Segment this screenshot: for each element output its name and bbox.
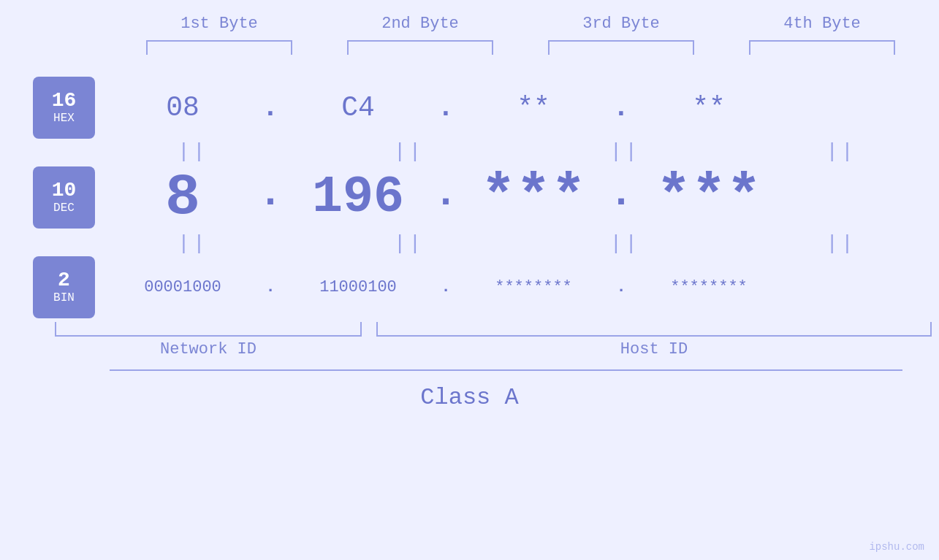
- class-bracket-line: [110, 369, 902, 371]
- bin-dot-2: .: [431, 278, 460, 296]
- network-id-bracket: [55, 322, 362, 337]
- sep-1-d1: [286, 140, 316, 163]
- hex-byte-4: **: [636, 92, 782, 123]
- class-row: Class A: [0, 369, 939, 411]
- hex-dot-1: .: [256, 92, 285, 123]
- bracket-row: [119, 40, 923, 55]
- hex-data-row: 16 HEX 08 . C4 . ** . **: [0, 77, 939, 139]
- main-container: 1st Byte 2nd Byte 3rd Byte 4th Byte 16 H…: [0, 0, 939, 560]
- dec-data-row: 10 DEC 8 . 196 . *** . ***: [0, 164, 939, 231]
- bottom-labels: Network ID Host ID: [55, 340, 939, 358]
- sep-2-d2: [502, 232, 531, 255]
- hex-badge: 16 HEX: [33, 77, 95, 139]
- dec-byte-3: ***: [460, 164, 607, 231]
- sep-lines-1: || || || ||: [110, 140, 939, 163]
- header-row: 1st Byte 2nd Byte 3rd Byte 4th Byte: [119, 15, 923, 33]
- sep-2-d1: [286, 232, 316, 255]
- hex-dot-2: .: [431, 92, 460, 123]
- dec-byte-2: 196: [285, 169, 431, 226]
- dec-badge-label: DEC: [53, 202, 75, 215]
- bin-badge-label: BIN: [53, 292, 75, 305]
- sep-1-b4: ||: [768, 140, 914, 163]
- sep-1-b3: ||: [552, 140, 698, 163]
- sep-1-d2: [502, 140, 531, 163]
- bin-byte-1: 00001000: [110, 278, 256, 296]
- bin-bytes-row: 00001000 . 11000100 . ******** . *******…: [110, 278, 939, 296]
- bracket-4: [749, 40, 895, 55]
- bottom-bracket-area: [55, 322, 939, 337]
- hex-bytes-row: 08 . C4 . ** . **: [110, 92, 939, 123]
- bin-badge: 2 BIN: [33, 256, 95, 318]
- dec-byte-1: 8: [110, 164, 256, 231]
- sep-2-b4: ||: [768, 232, 914, 255]
- hex-badge-label: HEX: [53, 112, 75, 126]
- dec-bytes-row: 8 . 196 . *** . ***: [110, 164, 939, 231]
- class-label: Class A: [0, 384, 939, 411]
- col-header-4: 4th Byte: [749, 15, 895, 33]
- dec-dot-3: .: [607, 171, 636, 224]
- sep-2-b2: ||: [336, 232, 482, 255]
- sep-1-b1: ||: [120, 140, 266, 163]
- sep-1-d3: [718, 140, 748, 163]
- dec-badge-number: 10: [52, 180, 77, 202]
- sep-2-b3: ||: [552, 232, 698, 255]
- dec-badge: 10 DEC: [33, 166, 95, 229]
- col-header-2: 2nd Byte: [347, 15, 493, 33]
- bin-byte-4: ********: [636, 278, 782, 296]
- sep-row-2: || || || ||: [0, 231, 939, 256]
- hex-byte-3: **: [460, 92, 607, 123]
- network-id-label: Network ID: [55, 340, 362, 358]
- bin-dot-3: .: [607, 278, 636, 296]
- bin-byte-2: 11000100: [285, 278, 431, 296]
- sep-row-1: || || || ||: [0, 139, 939, 164]
- sep-lines-2: || || || ||: [110, 232, 939, 255]
- bin-dot-1: .: [256, 278, 285, 296]
- hex-byte-2: C4: [285, 92, 431, 123]
- dec-byte-4: ***: [636, 164, 782, 231]
- host-id-label: Host ID: [376, 340, 932, 358]
- bracket-3: [548, 40, 694, 55]
- bin-byte-3: ********: [460, 278, 607, 296]
- hex-badge-number: 16: [52, 90, 77, 112]
- bracket-2: [347, 40, 493, 55]
- hex-byte-1: 08: [110, 92, 256, 123]
- dec-dot-2: .: [431, 171, 460, 224]
- dec-dot-1: .: [256, 171, 285, 224]
- bin-data-row: 2 BIN 00001000 . 11000100 . ******** . *…: [0, 256, 939, 318]
- watermark: ipshu.com: [869, 541, 924, 553]
- hex-dot-3: .: [607, 92, 636, 123]
- col-header-3: 3rd Byte: [548, 15, 694, 33]
- bin-badge-number: 2: [58, 269, 70, 292]
- col-header-1: 1st Byte: [146, 15, 292, 33]
- sep-2-d3: [718, 232, 748, 255]
- sep-2-b1: ||: [120, 232, 266, 255]
- bracket-1: [146, 40, 292, 55]
- sep-1-b2: ||: [336, 140, 482, 163]
- host-id-bracket: [376, 322, 932, 337]
